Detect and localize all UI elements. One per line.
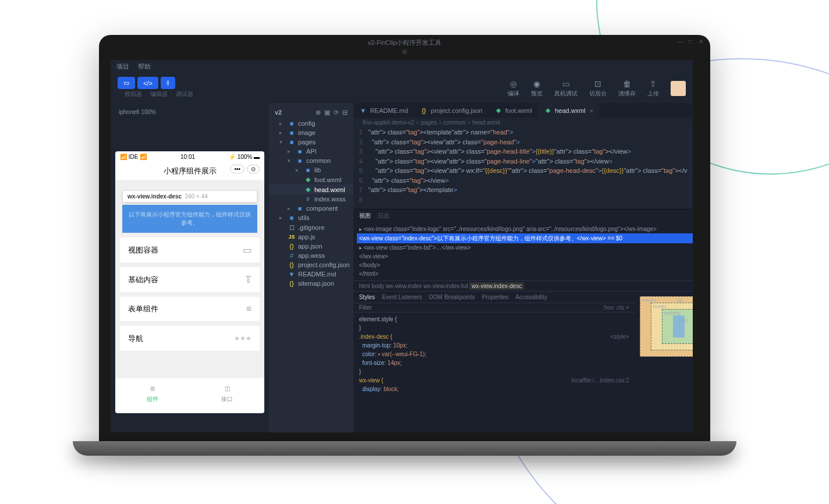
css-rules[interactable]: element.style { } <style>.index-desc { m…	[353, 313, 635, 396]
breadcrumb: fino-applet-demo-v2›pages›common›head.wx…	[353, 118, 693, 127]
editor-tab[interactable]: ◆head.wxml×	[538, 103, 599, 118]
collapse-icon[interactable]: ⊟	[342, 109, 348, 116]
editor-tab[interactable]: ▼README.md	[353, 103, 414, 118]
new-file-icon[interactable]: ⊕	[316, 109, 321, 116]
tree-item[interactable]: ▾■pages	[269, 137, 353, 147]
tree-item[interactable]: {}sitemap.json	[269, 279, 353, 288]
capsule-menu-icon[interactable]: •••	[230, 165, 245, 173]
tab-components[interactable]: ⊞组件	[115, 378, 190, 407]
pill-simulator[interactable]: ▭	[118, 77, 135, 89]
eye-icon: ◉	[533, 79, 540, 88]
tree-item[interactable]: JSapp.js	[269, 232, 353, 242]
action-remote-debug[interactable]: ▭真机调试	[554, 79, 578, 98]
action-compile[interactable]: ◎编译	[508, 79, 519, 98]
devtools-tab-elements[interactable]: 视图	[359, 212, 371, 220]
tree-item[interactable]: {}app.json	[269, 242, 353, 251]
elements-tree[interactable]: ▸ <wx-image class="index-logo" src="../r…	[353, 222, 693, 281]
devtools-panel: 视图 日志 ▸ <wx-image class="index-logo" src…	[353, 209, 693, 432]
phone-preview: 📶 IDE 📶 10:01 ⚡ 100% ▬ 小程序组件展示 ••• ⊙	[115, 151, 264, 413]
tree-item[interactable]: ▸■config	[269, 119, 353, 128]
editor-tab[interactable]: ◆foot.wxml	[488, 103, 538, 118]
editor-tab[interactable]: {}project.config.json	[414, 103, 488, 118]
accessibility-tab[interactable]: Accessibility	[515, 294, 547, 300]
properties-tab[interactable]: Properties	[482, 294, 509, 300]
refresh-icon[interactable]: ⟳	[334, 109, 339, 116]
pill-label-0: 模拟器	[125, 90, 142, 98]
styles-filter-input[interactable]	[359, 304, 603, 311]
tree-item[interactable]: ▸■utils	[269, 213, 353, 222]
editor-tabs: ▼README.md{}project.config.json◆foot.wxm…	[353, 103, 693, 118]
sim-menu-item[interactable]: 表单组件≡	[120, 297, 260, 321]
menu-bar: 项目 帮助	[111, 60, 693, 73]
menu-project[interactable]: 项目	[116, 62, 129, 71]
tree-item[interactable]: ▸■API	[269, 147, 353, 156]
minimap[interactable]	[688, 127, 693, 209]
ide-window: v2-FinClip小程序开发工具 — □ ✕ 项目 帮助 ▭ </> ⫴	[111, 60, 693, 432]
sim-menu-item[interactable]: 视图容器▭	[120, 237, 260, 262]
selected-element[interactable]: <wx-view class="index-desc">以下将展示小程序官方组件…	[357, 233, 693, 243]
simulator-panel: iphone6 100% 📶 IDE 📶 10:01 ⚡ 100% ▬ 小程序组…	[111, 103, 269, 432]
phone-icon: ▭	[562, 79, 570, 88]
action-clear-cache[interactable]: 🗑清缓存	[618, 79, 636, 98]
styles-filter-actions[interactable]: :hov .cls +	[603, 304, 629, 311]
capsule-close-icon[interactable]: ⊙	[247, 165, 260, 173]
inspect-tooltip: wx-view.index-desc 240 × 44	[122, 190, 257, 203]
project-root[interactable]: v2	[275, 109, 282, 116]
tree-item[interactable]: #app.wxss	[269, 251, 353, 260]
upload-icon: ⇧	[650, 79, 657, 88]
device-info: iphone6 100%	[115, 108, 264, 116]
tree-item[interactable]: ▸■component	[269, 204, 353, 213]
tree-item[interactable]: ◆foot.wxml	[269, 175, 353, 184]
pill-debugger[interactable]: ⫴	[161, 77, 175, 89]
tab-api[interactable]: ◫接口	[190, 378, 264, 407]
toolbar: ▭ </> ⫴ 模拟器 编辑器 调试器 ◎编译 ◉预览 ▭真机调试 ⊡切后台	[111, 73, 693, 103]
menu-help[interactable]: 帮助	[138, 62, 151, 71]
status-battery: ⚡ 100% ▬	[229, 154, 260, 160]
tree-item[interactable]: ▼README.md	[269, 269, 353, 279]
tree-item[interactable]: #index.wxss	[269, 194, 353, 204]
tree-item[interactable]: ◆head.wxml	[269, 184, 353, 194]
pill-label-2: 调试器	[176, 90, 193, 98]
elements-breadcrumb: html body wx-view.index wx-view.index-hd…	[353, 281, 693, 291]
new-folder-icon[interactable]: ▣	[324, 109, 330, 116]
devtools-tab-console[interactable]: 日志	[378, 212, 389, 220]
tree-item[interactable]: ▸■lib	[269, 165, 353, 175]
action-upload[interactable]: ⇧上传	[647, 79, 659, 98]
highlighted-element[interactable]: 以下将展示小程序官方组件能力，组件样式仅供参考。	[122, 205, 257, 233]
breakpoints-tab[interactable]: DOM Breakpoints	[429, 294, 475, 300]
sim-menu-item[interactable]: 导航∘∘∘	[120, 326, 260, 351]
laptop-mockup: v2-FinClip小程序开发工具 — □ ✕ 项目 帮助 ▭ </> ⫴	[99, 35, 710, 456]
status-time: 10:01	[180, 154, 195, 160]
avatar[interactable]	[671, 81, 686, 96]
app-title: 小程序组件展示	[164, 166, 217, 175]
tree-item[interactable]: ▾■common	[269, 156, 353, 165]
sim-menu-item[interactable]: 基础内容𝕋	[120, 267, 260, 292]
pill-label-1: 编辑器	[150, 90, 168, 98]
file-explorer: v2 ⊕ ▣ ⟳ ⊟ ▸■config▸■image▾■pages▸■API▾■…	[269, 103, 353, 432]
chip-icon: ◫	[193, 382, 261, 395]
trash-icon: 🗑	[623, 79, 631, 88]
bg-icon: ⊡	[594, 79, 601, 88]
code-editor[interactable]: 12345678 "attr"> class="tag"><template"a…	[353, 127, 693, 209]
tree-item[interactable]: ◻.gitignore	[269, 222, 353, 232]
styles-tab[interactable]: Styles	[359, 294, 375, 300]
tree-item[interactable]: {}project.config.json	[269, 260, 353, 269]
grid-icon: ⊞	[119, 382, 186, 395]
compile-icon: ◎	[510, 79, 517, 88]
listeners-tab[interactable]: Event Listeners	[382, 294, 422, 300]
status-carrier: 📶 IDE 📶	[120, 154, 147, 160]
box-model: margin10 border padding 240 × 44	[635, 292, 693, 432]
tree-item[interactable]: ▸■image	[269, 128, 353, 137]
pill-editor[interactable]: </>	[137, 77, 158, 89]
action-preview[interactable]: ◉预览	[531, 79, 543, 98]
action-background[interactable]: ⊡切后台	[589, 79, 607, 98]
